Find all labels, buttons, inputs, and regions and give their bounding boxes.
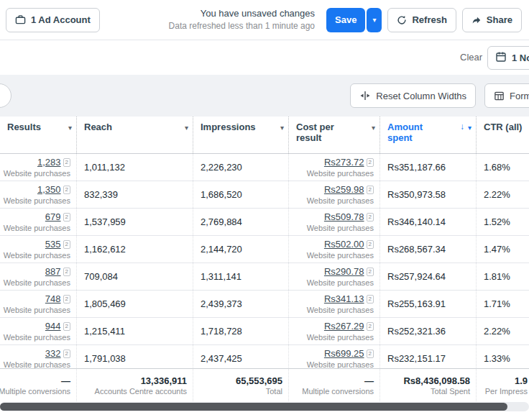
reset-column-widths-icon [359,90,371,101]
attribution-badge: 2 [63,322,70,331]
table-row[interactable]: 8872 Website purchases 709,084 1,311,141… [0,263,529,291]
column-label: Results [7,122,41,132]
chevron-down-icon[interactable]: ▾ [185,124,188,132]
refresh-icon [397,15,407,25]
conversion-note: Website purchases [307,278,374,287]
results-value-link[interactable]: 944 [45,321,61,332]
reach-value: 709,084 [84,271,118,282]
column-label: Cost per result [296,122,338,143]
calendar-icon [495,51,507,65]
format-label: Format [510,91,529,101]
share-button[interactable]: Share [462,8,522,32]
attribution-badge: 2 [63,213,70,222]
table-row[interactable]: 3322 Website purchases 1,791,038 2,437,4… [0,345,529,368]
format-button[interactable]: Format [484,83,529,108]
share-arrow-icon [472,15,482,25]
topbar: 1 Ad Account You have unsaved changes Da… [0,0,529,40]
chevron-down-icon[interactable]: ▾ [372,124,375,132]
totals-reach-note: Accounts Centre accounts [95,387,187,396]
table-row[interactable]: 6792 Website purchases 1,537,959 2,769,8… [0,209,529,236]
amount-spent-value: Rs351,187.66 [387,162,446,173]
cost-per-result-link[interactable]: Rs259.98 [324,184,364,195]
horizontal-scrollbar-track[interactable] [0,402,529,411]
attribution-badge: 2 [367,213,374,222]
attribution-badge: 2 [367,295,374,303]
unsaved-changes-text: You have unsaved changes [169,8,315,19]
reach-value: 1,537,959 [84,216,126,227]
cost-per-result-link[interactable]: Rs502.00 [324,239,364,250]
attribution-badge: 2 [63,186,70,194]
attribution-badge: 2 [63,268,70,276]
ad-account-button[interactable]: 1 Ad Account [6,8,100,32]
reach-value: 1,215,411 [84,326,125,337]
campaigns-table: Results ▾ Reach ▾ Impressions ▾ Cost per… [0,117,529,401]
cost-per-result-link[interactable]: Rs341.13 [324,293,364,304]
chevron-down-icon[interactable]: ▾ [68,124,72,132]
results-value-link[interactable]: 332 [45,348,61,359]
amount-spent-value: Rs232,151.17 [387,353,446,364]
clear-filters-button[interactable]: Clear [460,52,482,63]
cost-per-result-link[interactable]: Rs699.25 [324,348,364,359]
column-header-results[interactable]: Results ▾ [0,117,76,153]
column-header-impressions[interactable]: Impressions ▾ [193,117,288,153]
conversion-note: Website purchases [4,251,70,260]
table-row[interactable]: 5352 Website purchases 1,162,612 2,144,7… [0,236,529,263]
reach-value: 1,805,469 [84,298,126,309]
amount-spent-value: Rs255,163.91 [387,298,446,309]
ctr-value: 1.68% [484,162,510,173]
results-value-link[interactable]: 535 [45,239,61,250]
cost-per-result-link[interactable]: Rs509.78 [324,211,364,222]
table-row[interactable]: 1,3502 Website purchases 832,339 1,686,5… [0,181,529,209]
cost-per-result-link[interactable]: Rs290.78 [324,266,364,277]
table-row[interactable]: 9442 Website purchases 1,215,411 1,718,7… [0,318,529,345]
chevron-down-icon[interactable]: ▾ [468,124,472,132]
conversion-note: Website purchases [4,169,70,178]
cost-per-result-link[interactable]: Rs273.72 [324,157,364,168]
conversion-note: Website purchases [4,333,70,342]
results-value-link[interactable]: 1,283 [37,157,61,168]
chevron-down-icon[interactable]: ▾ [280,124,284,132]
attribution-badge: 2 [367,158,374,167]
save-dropdown-button[interactable]: ▾ [367,8,382,32]
reset-column-widths-button[interactable]: Reset Column Widths [350,83,476,108]
totals-ctr: 1.9 [515,375,528,386]
briefcase-icon [15,14,26,25]
ctr-value: 1.33% [484,353,510,364]
impressions-value: 2,439,373 [201,298,242,309]
results-value-link[interactable]: 1,350 [37,184,61,195]
ad-account-label: 1 Ad Account [31,14,91,25]
column-header-ctr[interactable]: CTR (all) [476,117,529,153]
cutoff-pill-button[interactable] [0,83,12,108]
column-header-cost-per-result[interactable]: Cost per result ▾ [288,117,380,153]
date-range-button[interactable]: 1 Nov 2 [487,46,529,70]
results-value-link[interactable]: 748 [45,293,61,304]
results-value-link[interactable]: 679 [45,211,61,222]
impressions-value: 2,437,425 [201,353,242,364]
conversion-note: Website purchases [4,278,70,287]
amount-spent-value: Rs350,973.58 [387,189,446,200]
amount-spent-value: Rs346,140.14 [387,216,446,227]
table-header: Results ▾ Reach ▾ Impressions ▾ Cost per… [0,117,529,154]
reach-value: 832,339 [84,189,118,200]
column-header-reach[interactable]: Reach ▾ [76,117,193,153]
sort-descending-icon[interactable]: ↓ [460,122,464,132]
totals-cost-note: Multiple conversions [302,387,374,396]
table-row[interactable]: 7482 Website purchases 1,805,469 2,439,3… [0,291,529,318]
ctr-value: 1.81% [484,271,510,282]
conversion-note: Website purchases [4,224,70,232]
attribution-badge: 2 [367,186,374,194]
refresh-button[interactable]: Refresh [387,8,456,32]
cost-per-result-link[interactable]: Rs267.29 [324,321,364,332]
conversion-note: Website purchases [4,306,70,314]
horizontal-scrollbar-thumb[interactable] [0,403,507,411]
reset-column-widths-label: Reset Column Widths [376,91,466,101]
data-refreshed-text: Data refreshed less than 1 minute ago [169,21,315,32]
results-value-link[interactable]: 887 [45,266,61,277]
impressions-value: 2,144,720 [201,244,242,255]
column-header-amount-spent[interactable]: Amount spent ↓ ▾ [380,117,476,153]
table-row[interactable]: 1,2832 Website purchases 1,011,132 2,226… [0,154,529,181]
column-label: Reach [84,122,112,132]
impressions-value: 2,769,884 [201,216,242,227]
save-button[interactable]: Save [326,8,365,32]
table-body: 1,2832 Website purchases 1,011,132 2,226… [0,154,529,368]
